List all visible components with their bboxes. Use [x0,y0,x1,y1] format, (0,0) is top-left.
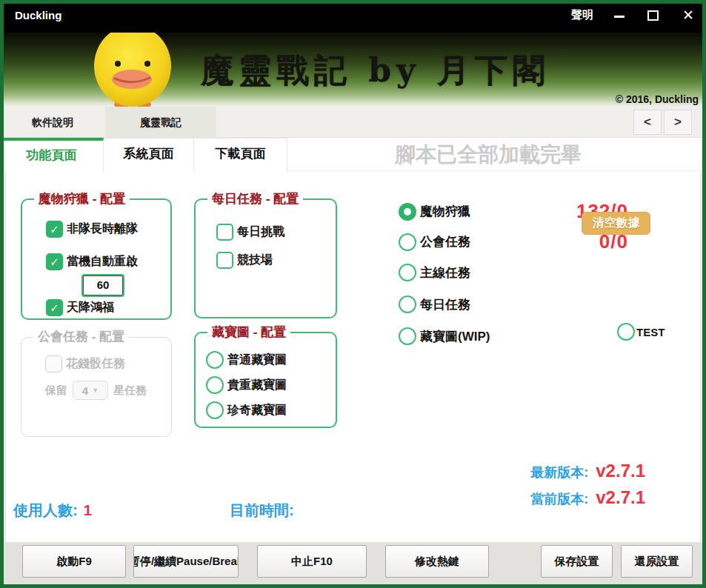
guild-quest-mode-radio[interactable] [399,233,416,251]
heaven-luck-label: 天降鴻福 [67,300,114,315]
maximize-icon[interactable] [647,10,659,21]
monster-hunt-config-group: 魔物狩獵 - 配置 ✓ 非隊長時離隊 ✓ 當機自動重啟 60 ✓ 天降鴻福 [21,198,172,320]
daily-quest-config-group: 每日任務 - 配置 每日挑戰 競技場 [194,198,337,318]
mode-row-daily-quest: 每日任務 [399,295,530,313]
current-version-value: v2.7.1 [596,487,645,508]
treasure-map-mode-radio[interactable] [399,327,416,345]
valuable-map-label: 貴重藏寶圖 [227,378,287,393]
copyright-text: © 2016, Duckling [616,93,699,105]
monster-hunt-mode-label: 魔物狩獵 [420,203,530,220]
daily-challenge-label: 每日挑戰 [237,224,284,240]
tab-scroll-next-icon[interactable]: > [664,110,692,135]
keep-star-prefix-label: 保留 [45,384,67,398]
leave-party-checkbox[interactable]: ✓ [46,221,63,238]
test-mode-label: TEST [636,326,665,338]
tab-download[interactable]: 下載頁面 [194,138,287,171]
rare-map-radio[interactable] [206,401,224,419]
edit-hotkeys-button[interactable]: 修改熱鍵 [385,545,489,578]
pause-resume-button[interactable]: 暫停/繼續Pause/Break [133,545,239,578]
test-mode-row: TEST [617,323,665,341]
main-quest-mode-radio[interactable] [399,264,416,281]
app-window: Duckling 聲明 ✕ 魔靈戰記 by 月下閣 © 2016, Duckli [0,0,706,588]
current-time-label: 目前時間: [230,501,294,521]
close-icon[interactable]: ✕ [682,7,694,24]
daily-quest-mode-label: 每日任務 [420,296,530,313]
heaven-luck-checkbox[interactable]: ✓ [46,299,63,316]
sub-tab-bar: 功能頁面 系統頁面 下載頁面 腳本已全部加載完畢 [0,138,706,171]
dropdown-arrow-icon: ▼ [92,387,99,394]
common-map-label: 普通藏寶圖 [227,353,287,368]
stop-button[interactable]: 中止F10 [257,545,367,578]
leave-party-label: 非隊長時離隊 [67,221,138,237]
current-version-label: 當前版本: [530,490,588,508]
guild-quest-config-title: 公會任務 - 配置 [33,328,129,345]
tab-functions[interactable]: 功能頁面 [0,138,104,171]
arena-checkbox[interactable] [216,252,233,269]
banner-title: 魔靈戰記 by 月下閣 [187,49,565,93]
treasure-map-mode-label: 藏寶圖(WIP) [420,328,530,345]
auto-restart-checkbox[interactable]: ✓ [46,253,63,270]
user-count-row: 使用人數: 1 [13,501,92,521]
restart-seconds-input[interactable]: 60 [83,275,123,295]
star-count-select[interactable]: 4 ▼ [73,381,108,400]
window-title: Duckling [15,9,61,21]
pay-reroll-checkbox[interactable] [45,355,62,372]
treasure-map-config-group: 藏寶圖 - 配置 普通藏寶圖 貴重藏寶圖 珍奇藏寶圖 [194,332,337,428]
mode-row-main-quest: 主線任務 [399,264,530,281]
tab-system[interactable]: 系統頁面 [104,138,194,171]
rare-map-label: 珍奇藏寶圖 [227,403,287,418]
valuable-map-radio[interactable] [206,376,224,394]
guild-quest-mode-label: 公會任務 [420,233,530,250]
treasure-map-config-title: 藏寶圖 - 配置 [207,324,290,341]
top-tab-strip: 軟件說明 魔靈戰記 < > [0,107,706,138]
common-map-radio[interactable] [206,351,224,369]
main-quest-mode-label: 主線任務 [420,264,530,281]
minimize-icon[interactable] [614,16,625,18]
monster-hunt-mode-radio[interactable] [399,203,416,221]
top-tab-game[interactable]: 魔靈戰記 [105,107,216,138]
mode-row-treasure-map: 藏寶圖(WIP) [399,327,530,345]
declaration-menu-item[interactable]: 聲明 [571,8,593,22]
auto-restart-label: 當機自動重啟 [67,254,138,270]
title-bar: Duckling 聲明 ✕ [0,0,706,33]
header-banner: 魔靈戰記 by 月下閣 © 2016, Duckling [0,33,706,107]
pay-reroll-label: 花錢骰任務 [66,356,125,372]
restore-settings-button[interactable]: 還原設置 [621,545,693,578]
guild-quest-config-group: 公會任務 - 配置 花錢骰任務 保留 4 ▼ 星任務 [21,337,172,437]
latest-version-value: v2.7.1 [596,461,645,481]
top-tab-software-info[interactable]: 軟件說明 [10,107,95,138]
user-count-value: 1 [84,502,92,519]
daily-quest-mode-radio[interactable] [399,295,416,313]
keep-star-suffix-label: 星任務 [113,384,147,398]
latest-version-label: 最新版本: [530,464,588,481]
start-button[interactable]: 啟動F9 [22,545,126,578]
version-info: 最新版本: v2.7.1 當前版本: v2.7.1 [530,461,645,514]
daily-challenge-checkbox[interactable] [216,224,233,241]
save-settings-button[interactable]: 保存設置 [541,545,613,578]
user-count-label: 使用人數: [13,501,78,521]
duck-logo-icon [89,21,178,110]
clear-data-button[interactable]: 清空數據 [582,212,650,235]
star-count-value: 4 [82,384,88,397]
monster-hunt-config-title: 魔物狩獵 - 配置 [34,190,130,207]
bottom-button-bar: 啟動F9 暫停/繼續Pause/Break 中止F10 修改熱鍵 保存設置 還原… [4,543,702,584]
test-mode-radio[interactable] [617,323,635,341]
arena-label: 競技場 [237,253,273,268]
current-time-row: 目前時間: [230,501,300,521]
daily-quest-config-title: 每日任務 - 配置 [207,190,303,207]
tab-scroll-prev-icon[interactable]: < [633,110,662,135]
script-load-status: 腳本已全部加載完畢 [293,138,684,171]
